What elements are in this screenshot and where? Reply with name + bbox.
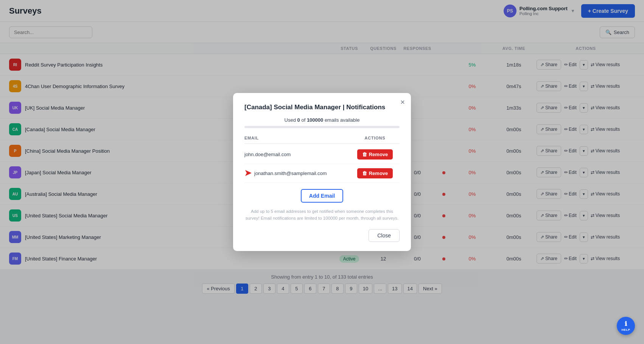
email-row: john.doe@email.com 🗑 Remove bbox=[244, 145, 400, 164]
email-row: ➤ jonathan.smith@samplemail.com 🗑 Remove bbox=[244, 164, 400, 183]
close-modal-button[interactable]: Close bbox=[369, 229, 400, 242]
email-col-header: EMAIL bbox=[244, 136, 350, 140]
email-address: jonathan.smith@samplemail.com bbox=[254, 170, 327, 176]
progress-bar-container bbox=[244, 126, 400, 128]
help-button[interactable]: ℹ HELP bbox=[617, 317, 635, 335]
modal-title: [Canada] Social Media Manager | Notifica… bbox=[244, 104, 400, 111]
email-quota-text: Used 0 of 100000 emails available bbox=[244, 117, 400, 123]
trash-icon: 🗑 bbox=[362, 170, 367, 176]
modal-close-button[interactable]: × bbox=[400, 98, 405, 106]
modal-overlay: × [Canada] Social Media Manager | Notifi… bbox=[0, 0, 644, 344]
notification-modal: × [Canada] Social Media Manager | Notifi… bbox=[233, 93, 411, 251]
remove-email-button[interactable]: 🗑 Remove bbox=[357, 168, 393, 178]
modal-note: Add up to 5 email addresses to get notif… bbox=[244, 208, 400, 222]
red-arrow-annotation: ➤ bbox=[244, 168, 251, 178]
email-address: john.doe@email.com bbox=[244, 152, 291, 157]
add-email-button[interactable]: Add Email bbox=[301, 189, 343, 203]
actions-col-header: ACTIONS bbox=[350, 136, 400, 140]
remove-email-button[interactable]: 🗑 Remove bbox=[357, 149, 393, 160]
trash-icon: 🗑 bbox=[362, 152, 367, 157]
